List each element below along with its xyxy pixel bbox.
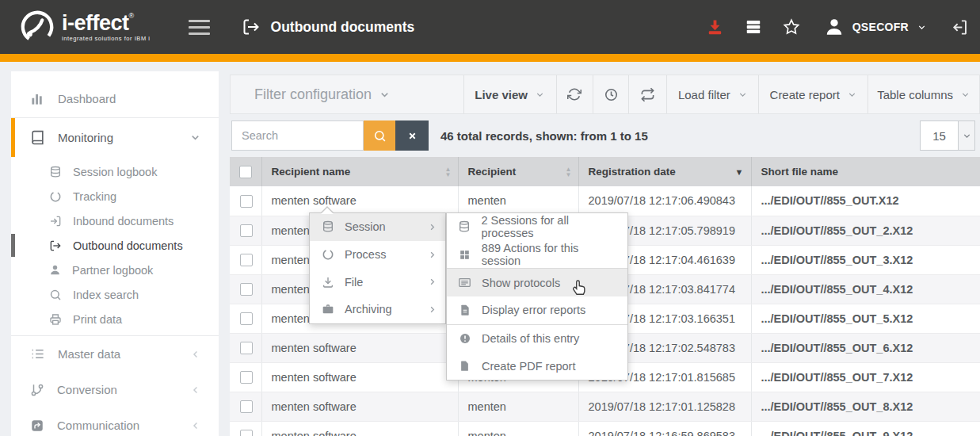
menu-item-process[interactable]: Process — [310, 241, 445, 269]
submenu-item-display-error-reports[interactable]: Display error reports — [447, 296, 627, 324]
row-checkbox[interactable] — [240, 400, 253, 413]
sidebar-item-monitoring[interactable]: Monitoring — [11, 118, 219, 157]
sidebar-item-label: Communication — [57, 419, 177, 432]
row-checkbox-cell — [230, 333, 261, 362]
submenu-item-show-protocols[interactable]: Show protocols — [447, 269, 627, 296]
sort-icon[interactable]: ▲▼ — [445, 166, 452, 178]
table-row[interactable]: menten software menten 2019/07/18 12:17:… — [230, 392, 980, 421]
table-columns-dropdown[interactable]: Table columns — [868, 75, 979, 113]
cell-registration-date[interactable]: 2019/07/18 12:16:59.869583 — [578, 421, 751, 436]
logo-title: i-effect — [62, 11, 129, 35]
server-icon[interactable] — [745, 18, 762, 36]
cell-short-file-name[interactable]: .../EDI/OUT//855_OUT_5.X12 — [751, 304, 980, 333]
cell-short-file-name[interactable]: .../EDI/OUT//855_OUT.X12 — [751, 186, 980, 216]
app-window: i-effect® integrated solutions for IBM i… — [0, 0, 980, 436]
menu-item-archiving[interactable]: Archiving — [310, 296, 445, 323]
sidebar-item-master-data[interactable]: Master data — [11, 336, 219, 372]
sidebar-item-partner-logbook[interactable]: Partner logbook — [11, 258, 219, 282]
row-checkbox[interactable] — [240, 371, 253, 384]
logout-icon[interactable] — [951, 18, 969, 36]
cell-recipient-name[interactable]: menten software — [261, 333, 458, 362]
chevron-down-icon — [189, 132, 201, 143]
sidebar-item-inbound-documents[interactable]: Inbound documents — [11, 208, 219, 233]
submenu-item-actions-for-this-session[interactable]: 889 Actions for this session — [447, 241, 627, 269]
menu-item-file[interactable]: File — [310, 268, 445, 296]
load-filter-dropdown[interactable]: Load filter — [667, 75, 759, 113]
hamburger-menu-button[interactable] — [189, 20, 210, 35]
create-report-dropdown[interactable]: Create report — [759, 75, 868, 113]
app-logo[interactable]: i-effect® integrated solutions for IBM i — [19, 9, 151, 45]
sidebar-item-index-search[interactable]: Index search — [11, 282, 219, 307]
cell-short-file-name[interactable]: .../EDI/OUT//855_OUT_3.X12 — [751, 245, 980, 274]
filter-configuration-dropdown[interactable]: Filter configuration — [231, 75, 464, 113]
sidebar-item-print-data[interactable]: Print data — [11, 307, 219, 331]
row-checkbox[interactable] — [240, 430, 253, 436]
row-checkbox[interactable] — [240, 254, 253, 266]
monitoring-submenu: Session logbook Tracking Inbound documen… — [11, 157, 219, 335]
cell-short-file-name[interactable]: .../EDI/OUT//855_OUT_7.X12 — [751, 362, 980, 392]
row-checkbox-cell — [230, 274, 261, 304]
sidebar-item-session-logbook[interactable]: Session logbook — [11, 159, 219, 184]
col-recipient[interactable]: Recipient▲▼ — [458, 157, 578, 186]
sort-desc-icon[interactable]: ▼ — [735, 167, 744, 177]
row-checkbox[interactable] — [240, 283, 253, 296]
table-row[interactable]: menten software menten 2019/07/18 12:16:… — [230, 421, 980, 436]
select-all-checkbox[interactable] — [239, 166, 252, 178]
chevron-down-icon — [917, 22, 927, 33]
context-menu: Session Process File Archiving — [309, 212, 446, 324]
cell-short-file-name[interactable]: .../EDI/OUT//855_OUT_2.X12 — [751, 216, 980, 245]
cell-short-file-name[interactable]: .../EDI/OUT//855_OUT_6.X12 — [751, 333, 980, 362]
refresh-button[interactable] — [557, 75, 593, 113]
cell-recipient[interactable]: menten — [458, 186, 578, 216]
menu-item-label: Create PDF report — [482, 360, 575, 373]
table-row[interactable]: menten software menten 2019/07/18 12:17:… — [230, 186, 980, 216]
cell-registration-date[interactable]: 2019/07/18 12:17:06.490843 — [578, 186, 751, 216]
col-recipient-name[interactable]: Recipient name▲▼ — [261, 157, 458, 186]
repeat-button[interactable] — [629, 75, 667, 113]
row-checkbox[interactable] — [240, 342, 253, 354]
sidebar-item-tracking[interactable]: Tracking — [11, 184, 219, 208]
cell-recipient-name[interactable]: menten software — [261, 362, 458, 392]
cell-short-file-name[interactable]: .../EDI/OUT//855_OUT_9.X12 — [751, 421, 980, 436]
col-label: Short file name — [761, 166, 839, 178]
chevron-down-icon — [738, 90, 748, 100]
cell-short-file-name[interactable]: .../EDI/OUT//855_OUT_4.X12 — [751, 274, 980, 304]
user-menu[interactable]: QSECOFR — [824, 17, 927, 37]
search-button[interactable] — [364, 120, 395, 151]
live-view-dropdown[interactable]: Live view — [464, 75, 557, 113]
submenu-item-create-pdf-report[interactable]: Create PDF report — [447, 352, 627, 380]
download-icon[interactable] — [706, 18, 724, 36]
cell-registration-date[interactable]: 2019/07/18 12:17:01.125828 — [578, 392, 751, 421]
sidebar-item-outbound-documents[interactable]: Outbound documents — [11, 233, 219, 258]
star-icon[interactable] — [783, 18, 800, 36]
col-registration-date[interactable]: Registration date▼ — [578, 157, 751, 186]
sidebar-item-communication[interactable]: Communication — [11, 407, 219, 436]
auto-refresh-button[interactable] — [593, 75, 630, 113]
menu-item-session[interactable]: Session — [310, 213, 445, 241]
sort-icon[interactable]: ▲▼ — [566, 166, 572, 178]
page-size-select[interactable]: 15 — [920, 120, 975, 151]
cell-recipient[interactable]: menten — [458, 392, 578, 421]
search-icon — [49, 289, 62, 301]
submenu-item-sessions-for-all-processes[interactable]: 2 Sessions for all processes — [447, 213, 627, 241]
search-input[interactable] — [231, 120, 364, 151]
sidebar-item-label: Conversion — [57, 383, 177, 396]
col-short-file-name[interactable]: Short file name — [751, 157, 980, 186]
cell-recipient-name[interactable]: menten software — [261, 186, 458, 216]
submenu-item-details-of-this-entry[interactable]: Details of this entry — [447, 325, 627, 353]
cell-recipient[interactable]: menten — [458, 421, 578, 436]
chevron-right-icon — [427, 277, 437, 287]
sidebar-item-conversion[interactable]: Conversion — [11, 372, 219, 407]
protocol-list-icon — [458, 276, 471, 289]
row-checkbox[interactable] — [240, 195, 253, 208]
clear-search-button[interactable] — [395, 120, 429, 151]
sidebar-item-dashboard[interactable]: Dashboard — [11, 79, 219, 117]
row-checkbox-cell — [230, 362, 261, 392]
cell-recipient-name[interactable]: menten software — [261, 392, 458, 421]
cell-short-file-name[interactable]: .../EDI/OUT//855_OUT_8.X12 — [751, 392, 980, 421]
row-checkbox[interactable] — [240, 224, 253, 237]
context-submenu: 2 Sessions for all processes 889 Actions… — [446, 212, 628, 381]
cell-recipient-name[interactable]: menten software — [261, 421, 458, 436]
row-checkbox-cell — [230, 304, 261, 333]
row-checkbox[interactable] — [240, 312, 253, 325]
